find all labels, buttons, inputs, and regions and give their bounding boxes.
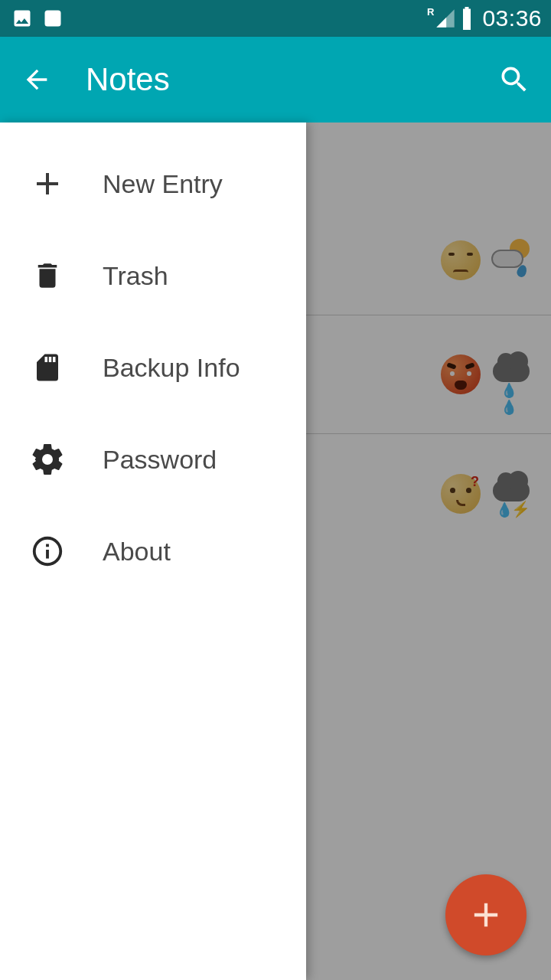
- svg-rect-0: [45, 11, 61, 27]
- gear-icon: [28, 439, 67, 479]
- drawer-item-label: Password: [103, 445, 217, 475]
- plus-icon: [28, 164, 67, 204]
- back-arrow-icon: [21, 64, 52, 95]
- drawer-item-label: Backup Info: [103, 353, 240, 383]
- drawer-item-backup-info[interactable]: Backup Info: [0, 322, 306, 413]
- clock: 03:36: [482, 5, 542, 31]
- drawer-item-password[interactable]: Password: [0, 413, 306, 505]
- app-bar: Notes: [0, 37, 551, 122]
- trash-icon: [28, 256, 67, 296]
- image-icon: [9, 5, 35, 31]
- signal-icon: [435, 8, 456, 29]
- info-icon: [28, 531, 67, 571]
- status-right-icons: R 03:36: [427, 5, 542, 31]
- drawer-item-trash[interactable]: Trash: [0, 230, 306, 322]
- roaming-indicator: R: [427, 8, 456, 29]
- page-title: Notes: [86, 61, 465, 98]
- drawer-item-new-entry[interactable]: New Entry: [0, 138, 306, 230]
- search-button[interactable]: [496, 61, 533, 98]
- status-bar: R 03:36: [0, 0, 551, 37]
- app-square-icon: [40, 5, 66, 31]
- navigation-drawer: New Entry Trash Backup Info Password Abo…: [0, 122, 306, 980]
- sdcard-icon: [28, 348, 67, 387]
- back-button[interactable]: [18, 61, 55, 98]
- plus-icon: [466, 895, 506, 935]
- drawer-item-about[interactable]: About: [0, 505, 306, 597]
- status-left-icons: [9, 5, 66, 31]
- drawer-item-label: Trash: [103, 261, 168, 291]
- drawer-item-label: About: [103, 537, 171, 567]
- search-icon: [497, 63, 531, 96]
- add-note-fab[interactable]: [445, 874, 527, 956]
- drawer-item-label: New Entry: [103, 169, 223, 199]
- battery-icon: [458, 5, 476, 31]
- roaming-label: R: [427, 6, 434, 18]
